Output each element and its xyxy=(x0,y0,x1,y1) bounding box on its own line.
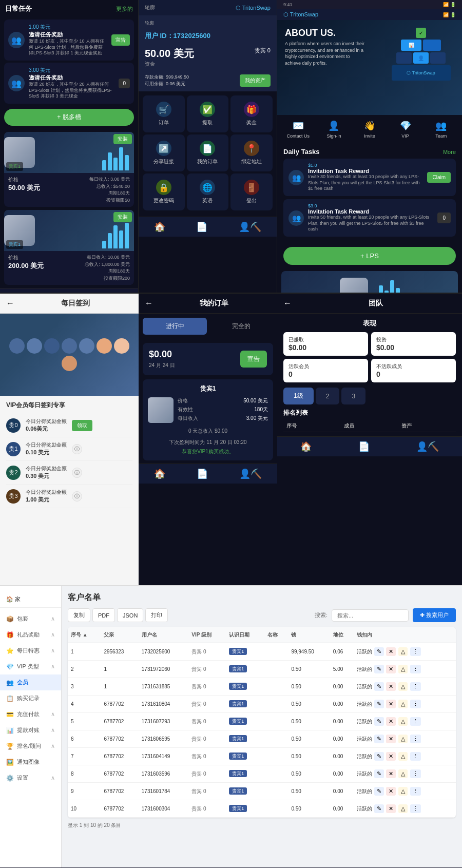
admin-nav-purchases[interactable]: 📋 购买记录 xyxy=(0,690,61,706)
admin-nav-notifications[interactable]: 🖼️ 通知图像 xyxy=(0,754,61,770)
action-delete[interactable]: ⋮ xyxy=(410,647,421,656)
team-nav-docs[interactable]: 📄 xyxy=(358,441,370,452)
signin-back-arrow[interactable]: ← xyxy=(6,299,14,308)
task-claim-btn-2[interactable]: 0 xyxy=(119,79,130,88)
install-btn-2[interactable]: 安装 xyxy=(113,212,132,222)
reward-info-btn-2[interactable]: ⓘ xyxy=(72,468,82,478)
orders-tab-active[interactable]: 进行中 xyxy=(143,318,207,335)
install-btn-1[interactable]: 安装 xyxy=(113,134,132,144)
team-back-arrow[interactable]: ← xyxy=(283,299,292,308)
orders-withdraw-btn[interactable]: 宣告 xyxy=(240,351,267,368)
level-tab-3[interactable]: 3 xyxy=(341,388,365,404)
print-btn[interactable]: 打印 xyxy=(145,608,168,622)
ph2-nav-user[interactable]: 👤⛏️ xyxy=(239,221,261,233)
action-edit[interactable]: ✎ xyxy=(374,682,384,691)
admin-nav-ranking[interactable]: 🏆 排名/顾问 ∧ xyxy=(0,738,61,754)
menu-item-password[interactable]: 🔒 更改密码 xyxy=(143,173,185,210)
dt-more[interactable]: More xyxy=(443,149,456,155)
action-edit[interactable]: ✎ xyxy=(374,647,384,656)
orders-tab-completed[interactable]: 完全的 xyxy=(209,318,273,335)
menu-item-address[interactable]: 📍 绑定地址 xyxy=(230,134,273,171)
action-edit[interactable]: ✎ xyxy=(374,665,384,673)
action-ban[interactable]: ✕ xyxy=(386,752,396,761)
action-delete[interactable]: ⋮ xyxy=(410,717,421,726)
dt-claim-btn-2[interactable]: 0 xyxy=(437,213,451,223)
admin-nav-members[interactable]: 👥 会员 xyxy=(0,674,61,690)
ph2-nav-home[interactable]: 🏠 xyxy=(154,221,165,233)
action-delete[interactable]: ⋮ xyxy=(410,700,421,708)
json-btn[interactable]: JSON xyxy=(117,608,143,622)
action-ban[interactable]: ✕ xyxy=(386,769,396,778)
admin-search-input[interactable] xyxy=(332,609,409,622)
copy-btn[interactable]: 复制 xyxy=(68,608,90,622)
more-link[interactable]: 更多的 xyxy=(116,5,133,13)
action-delete[interactable]: ⋮ xyxy=(410,769,421,778)
orders-nav-home[interactable]: 🏠 xyxy=(154,468,165,479)
orders-nav-docs[interactable]: 📄 xyxy=(197,468,208,479)
team-nav-user[interactable]: 👤⛏️ xyxy=(416,441,439,452)
admin-nav-withdraw[interactable]: 📊 提款对账 ∧ xyxy=(0,722,61,738)
action-edit[interactable]: ✎ xyxy=(374,700,384,708)
action-warn[interactable]: △ xyxy=(398,752,408,761)
action-edit[interactable]: ✎ xyxy=(374,804,384,813)
action-warn[interactable]: △ xyxy=(398,665,408,673)
action-warn[interactable]: △ xyxy=(398,735,408,743)
action-edit[interactable]: ✎ xyxy=(374,769,384,778)
admin-nav-settings[interactable]: ⚙️ 设置 ∧ xyxy=(0,770,61,786)
dt-claim-btn-1[interactable]: Claim xyxy=(427,172,451,183)
action-delete[interactable]: ⋮ xyxy=(410,787,421,796)
menu-item-my-orders[interactable]: 📄 我的订单 xyxy=(187,134,229,171)
action-warn[interactable]: △ xyxy=(398,700,408,708)
orders-back-arrow[interactable]: ← xyxy=(145,299,153,308)
ph2-nav-docs[interactable]: 📄 xyxy=(196,221,207,233)
action-ban[interactable]: ✕ xyxy=(386,700,396,708)
orders-nav-user[interactable]: 👤⛏️ xyxy=(239,468,262,479)
action-warn[interactable]: △ xyxy=(398,769,408,778)
admin-nav-recharge[interactable]: 💳 充值付款 ∧ xyxy=(0,706,61,722)
action-warn[interactable]: △ xyxy=(398,647,408,656)
lps-button[interactable]: + 脱多槽 xyxy=(4,109,134,126)
action-warn[interactable]: △ xyxy=(398,717,408,726)
reward-info-btn-1[interactable]: ⓘ xyxy=(72,444,82,454)
invite-nav-item[interactable]: 👋 Invite xyxy=(353,120,387,139)
team-nav-home[interactable]: 🏠 xyxy=(300,441,312,452)
action-warn[interactable]: △ xyxy=(398,804,408,813)
admin-nav-daily[interactable]: ⭐ 每日特惠 ∧ xyxy=(0,643,61,659)
action-delete[interactable]: ⋮ xyxy=(410,752,421,761)
action-ban[interactable]: ✕ xyxy=(386,804,396,813)
reward-claim-btn-0[interactable]: 领取 xyxy=(72,420,92,431)
action-ban[interactable]: ✕ xyxy=(386,682,396,691)
action-ban[interactable]: ✕ xyxy=(386,735,396,743)
action-ban[interactable]: ✕ xyxy=(386,717,396,726)
menu-item-logout[interactable]: 🚪 登出 xyxy=(230,173,273,210)
contact-nav-item[interactable]: ✉️ Contact Us xyxy=(281,120,315,139)
action-delete[interactable]: ⋮ xyxy=(410,665,421,673)
action-edit[interactable]: ✎ xyxy=(374,752,384,761)
action-ban[interactable]: ✕ xyxy=(386,787,396,796)
action-edit[interactable]: ✎ xyxy=(374,717,384,726)
admin-nav-vip[interactable]: 💎 VIP 类型 ∧ xyxy=(0,659,61,674)
action-warn[interactable]: △ xyxy=(398,682,408,691)
action-warn[interactable]: △ xyxy=(398,787,408,796)
menu-item-orders[interactable]: 🛒 订单 xyxy=(143,95,185,132)
action-edit[interactable]: ✎ xyxy=(374,735,384,743)
admin-nav-gifts[interactable]: 🎁 礼品奖励 ∧ xyxy=(0,627,61,643)
action-delete[interactable]: ⋮ xyxy=(410,682,421,691)
action-delete[interactable]: ⋮ xyxy=(410,735,421,743)
lps-large-button[interactable]: + LPS xyxy=(283,247,456,265)
menu-item-share[interactable]: ↗️ 分享链接 xyxy=(143,134,185,171)
action-ban[interactable]: ✕ xyxy=(386,647,396,656)
menu-item-withdraw[interactable]: ✅ 提取 xyxy=(187,95,229,132)
assets-button[interactable]: 我的资产 xyxy=(240,74,271,87)
level-tab-1[interactable]: 1级 xyxy=(283,388,314,404)
add-user-button[interactable]: ✚ 搜索用户 xyxy=(413,608,456,622)
vip-nav-item[interactable]: 💎 VIP xyxy=(389,120,422,139)
pdf-btn[interactable]: PDF xyxy=(92,608,115,622)
reward-info-btn-3[interactable]: ⓘ xyxy=(72,491,82,501)
signin-nav-item[interactable]: 👤 Sign-in xyxy=(317,120,351,139)
action-edit[interactable]: ✎ xyxy=(374,787,384,796)
action-delete[interactable]: ⋮ xyxy=(410,804,421,813)
action-ban[interactable]: ✕ xyxy=(386,665,396,673)
admin-nav-packages[interactable]: 📦 包套 ∧ xyxy=(0,611,61,627)
team-nav-item[interactable]: 👥 Team xyxy=(424,120,458,139)
